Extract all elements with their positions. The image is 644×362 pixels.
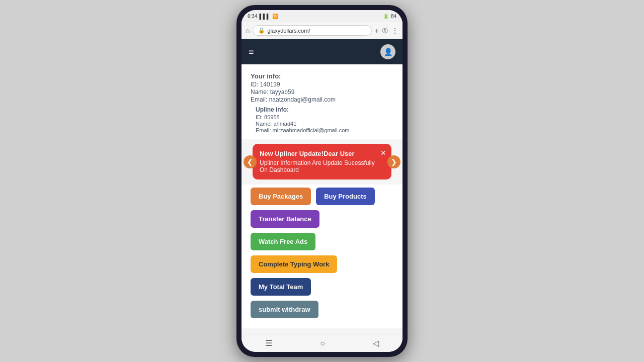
upline-name: Name: ahmad41 [256,121,393,127]
status-time: 6:34 [248,14,257,19]
btn-row-4: Complete Typing Work [251,255,393,273]
watch-free-ads-button[interactable]: Watch Free Ads [251,233,315,250]
carousel-right-arrow[interactable]: ❯ [387,155,400,168]
phone-screen: 6:34 ▌▌▌ 🛜 🔋 84 ⌂ 🔒 glaxydollars.com/ + … [242,10,403,352]
lock-icon: 🔒 [258,27,265,34]
upline-email: Email: mirzaahmadofficial@gmail.com [256,127,393,133]
avatar[interactable]: 👤 [380,44,395,59]
bottom-nav-back[interactable]: ◁ [373,338,379,348]
bottom-nav-menu[interactable]: ☰ [265,338,272,348]
carousel-left-arrow[interactable]: ❮ [244,155,257,168]
avatar-icon: 👤 [384,48,392,56]
hamburger-icon[interactable]: ≡ [249,47,254,57]
btn-row-1: Buy Packages Buy Products [251,188,393,205]
buy-packages-button[interactable]: Buy Packages [251,188,311,205]
bottom-nav-home[interactable]: ○ [320,339,325,348]
user-name: Name: tayyab59 [251,88,393,96]
status-bar: 6:34 ▌▌▌ 🛜 🔋 84 [242,10,403,22]
btn-row-6: submit withdraw [251,301,393,318]
battery-icon: 🔋 [383,14,389,19]
btn-row-3: Watch Free Ads [251,233,393,250]
notification-title: New Upliner Update!Dear User [260,150,384,157]
nav-bar: ≡ 👤 [242,39,403,64]
address-bar[interactable]: 🔒 glaxydollars.com/ [253,25,371,36]
bottom-nav: ☰ ○ ◁ [242,334,403,352]
transfer-balance-button[interactable]: Transfer Balance [251,210,319,228]
your-info-label: Your info: [251,72,393,80]
phone-frame: 6:34 ▌▌▌ 🛜 🔋 84 ⌂ 🔒 glaxydollars.com/ + … [236,5,408,357]
buttons-section: Buy Packages Buy Products Transfer Balan… [242,185,403,328]
my-total-team-button[interactable]: My Total Team [251,278,311,296]
app-content: ≡ 👤 Your info: ID: 140139 Name: tayyab59… [242,39,403,334]
notification-card: ✕ New Upliner Update!Dear User Upliner I… [253,144,391,179]
notification-title-rest: Dear User [324,150,354,157]
user-info-section: Your info: ID: 140139 Name: tayyab59 Ema… [242,64,403,139]
carousel-area: ❮ ✕ New Upliner Update!Dear User Upliner… [242,144,403,179]
upline-block: Upline info: ID: 85958 Name: ahmad41 Ema… [251,106,393,133]
browser-menu-button[interactable]: ⋮ [391,27,398,35]
submit-withdraw-button[interactable]: submit withdraw [251,301,318,318]
complete-typing-work-button[interactable]: Complete Typing Work [251,255,337,273]
btn-row-2: Transfer Balance [251,210,393,228]
notification-body: Upliner Information Are Update Sucessful… [260,159,384,173]
wifi-icon: 🛜 [272,14,278,19]
btn-row-5: My Total Team [251,278,393,296]
add-tab-button[interactable]: + [375,27,379,35]
notification-close-button[interactable]: ✕ [380,149,386,157]
user-id: ID: 140139 [251,81,393,88]
browser-chrome: ⌂ 🔒 glaxydollars.com/ + ① ⋮ [242,22,403,39]
browser-home-button[interactable]: ⌂ [246,27,250,35]
battery-level: 84 [391,14,396,19]
notification-title-bold: New Upliner Update! [260,150,324,157]
user-email: Email: naatzondagi@gmail.com [251,96,393,103]
upline-label: Upline info: [256,106,393,113]
tab-count-button[interactable]: ① [382,27,388,35]
buy-products-button[interactable]: Buy Products [316,188,375,205]
upline-id: ID: 85958 [256,114,393,120]
url-text: glaxydollars.com/ [267,28,310,34]
signal-icon: ▌▌▌ [259,14,270,19]
